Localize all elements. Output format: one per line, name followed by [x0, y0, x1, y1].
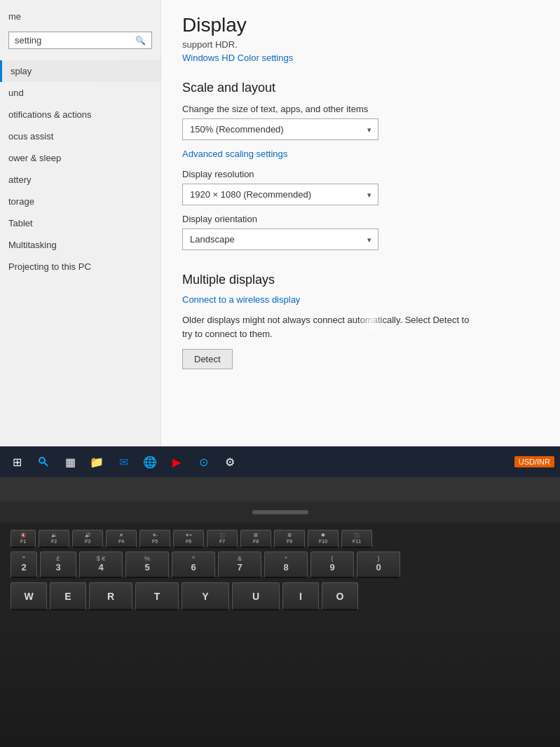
sidebar-home-label: me: [0, 7, 161, 26]
key-6[interactable]: ^6: [172, 551, 215, 578]
sidebar-item-focus[interactable]: ocus assist: [0, 125, 161, 147]
scale-dropdown[interactable]: 150% (Recommended): [182, 118, 378, 140]
keyboard-area: 🔇F1 🔉F2 🔊F3 ✕F4 ☀-F5 ☀+F6 ⬛F7 ⊞F8: [0, 477, 560, 747]
windows-hd-color-link[interactable]: Windows HD Color settings: [182, 53, 293, 63]
usd-inr-badge: USD/INR: [514, 456, 554, 467]
resolution-label: Display resolution: [182, 169, 539, 179]
main-content: Display support HDR. Windows HD Color se…: [161, 0, 560, 477]
key-7[interactable]: &7: [218, 551, 261, 578]
sidebar-item-battery[interactable]: attery: [0, 169, 161, 191]
multiple-displays-title: Multiple displays: [182, 273, 539, 287]
resolution-dropdown-container: 1920 × 1080 (Recommended) ▾: [182, 184, 378, 205]
taskbar-gear-icon[interactable]: ⚙: [219, 451, 241, 473]
taskbar-start-icon[interactable]: ⊞: [6, 451, 28, 473]
key-t[interactable]: T: [135, 582, 179, 610]
taskbar-icons: ⊞ ▦ 📁 ✉ 🌐 ▶ ⊙ ⚙: [6, 451, 241, 473]
sidebar-item-storage[interactable]: torage: [0, 191, 161, 212]
sidebar: me 🔍 splay und otifications & actions oc…: [0, 0, 161, 477]
orientation-label: Display orientation: [182, 214, 539, 224]
search-icon: 🔍: [135, 36, 146, 46]
search-input[interactable]: [15, 35, 113, 46]
sidebar-search-box[interactable]: 🔍: [8, 32, 152, 49]
key-4[interactable]: $ €4: [79, 551, 123, 578]
svg-point-0: [39, 458, 45, 463]
key-f3[interactable]: 🔊F3: [72, 530, 103, 548]
scale-dropdown-container: 150% (Recommended) ▾: [182, 118, 378, 140]
multiple-displays-section: Multiple displays Connect to a wireless …: [182, 273, 539, 369]
key-0[interactable]: )0: [357, 551, 400, 578]
key-o[interactable]: O: [322, 582, 358, 610]
taskbar-outlook-icon[interactable]: ✉: [112, 451, 135, 473]
sidebar-item-multitasking[interactable]: Multitasking: [0, 234, 161, 256]
sidebar-item-sound[interactable]: und: [0, 82, 161, 104]
key-3[interactable]: £3: [40, 551, 76, 578]
key-f4[interactable]: ✕F4: [106, 530, 137, 548]
key-f10[interactable]: ✱F10: [308, 530, 339, 548]
taskbar-search-icon[interactable]: [32, 451, 55, 473]
taskbar: ⊞ ▦ 📁 ✉ 🌐 ▶ ⊙ ⚙ USD/INR: [0, 446, 560, 477]
key-8[interactable]: *8: [264, 551, 308, 578]
page-title: Display: [182, 14, 539, 36]
taskbar-right: USD/INR: [514, 456, 554, 467]
taskbar-globe-icon[interactable]: 🌐: [139, 451, 161, 473]
key-f9[interactable]: ⚙F9: [274, 530, 305, 548]
scale-layout-section-title: Scale and layout: [182, 81, 539, 95]
taskbar-folder-icon[interactable]: 📁: [86, 451, 108, 473]
key-i[interactable]: I: [282, 582, 319, 610]
laptop-screen: me 🔍 splay und otifications & actions oc…: [0, 0, 560, 477]
key-f7[interactable]: ⬛F7: [207, 530, 238, 548]
key-f8[interactable]: ⊞F8: [240, 530, 271, 548]
key-f6[interactable]: ☀+F6: [173, 530, 204, 548]
sidebar-item-projecting[interactable]: Projecting to this PC: [0, 256, 161, 277]
key-f2[interactable]: 🔉F2: [39, 530, 69, 548]
taskbar-ring-icon[interactable]: ⊙: [192, 451, 214, 473]
key-f5[interactable]: ☀-F5: [139, 530, 170, 548]
svg-line-1: [44, 462, 48, 466]
taskbar-youtube-icon[interactable]: ▶: [165, 451, 188, 473]
older-displays-text: Older displays might not always connect …: [182, 313, 477, 341]
taskbar-widget-icon[interactable]: ▦: [59, 451, 81, 473]
key-e[interactable]: E: [50, 582, 86, 610]
number-key-row: "2 £3 $ €4 %5 ^6 &7 *8 (9: [11, 551, 549, 578]
key-f11[interactable]: ⬛F11: [341, 530, 372, 548]
key-5[interactable]: %5: [125, 551, 169, 578]
key-r[interactable]: R: [89, 582, 132, 610]
advanced-scaling-link[interactable]: Advanced scaling settings: [182, 149, 539, 159]
keyboard-body: 🔇F1 🔉F2 🔊F3 ✕F4 ☀-F5 ☀+F6 ⬛F7 ⊞F8: [0, 523, 560, 621]
key-9[interactable]: (9: [310, 551, 354, 578]
key-u[interactable]: U: [232, 582, 280, 610]
sidebar-item-tablet[interactable]: Tablet: [0, 212, 161, 234]
sidebar-item-notifications[interactable]: otifications & actions: [0, 104, 161, 125]
connect-wireless-link[interactable]: Connect to a wireless display: [182, 294, 539, 305]
fn-key-row: 🔇F1 🔉F2 🔊F3 ✕F4 ☀-F5 ☀+F6 ⬛F7 ⊞F8: [11, 530, 549, 548]
key-2[interactable]: "2: [11, 551, 37, 578]
key-y[interactable]: Y: [182, 582, 229, 610]
key-w[interactable]: W: [11, 582, 47, 610]
keyboard-bezel: [0, 502, 560, 523]
letter-key-row: W E R T Y U I O: [11, 582, 549, 610]
resolution-dropdown[interactable]: 1920 × 1080 (Recommended): [182, 184, 378, 205]
keyboard-top-bar: [0, 477, 560, 502]
change-size-label: Change the size of text, apps, and other…: [182, 104, 539, 114]
hdr-support-text: support HDR.: [182, 39, 539, 50]
detect-button[interactable]: Detect: [182, 349, 233, 369]
orientation-dropdown[interactable]: Landscape: [182, 228, 378, 250]
sidebar-item-power[interactable]: ower & sleep: [0, 147, 161, 169]
orientation-dropdown-container: Landscape ▾: [182, 228, 378, 250]
key-f1[interactable]: 🔇F1: [11, 530, 36, 548]
sidebar-item-display[interactable]: splay: [0, 60, 161, 82]
